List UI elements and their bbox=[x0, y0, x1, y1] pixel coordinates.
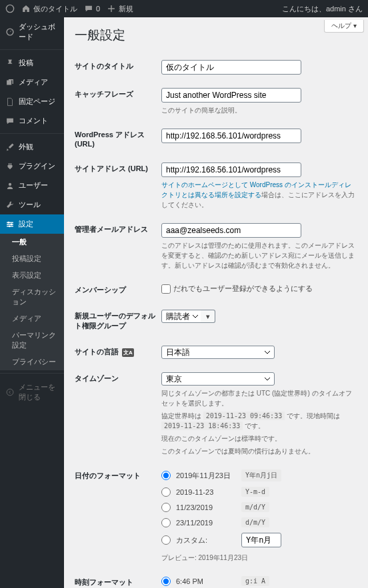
desc-site-url: サイトのホームページとして WordPress のインストールディレクトリとは異… bbox=[161, 180, 357, 210]
plug-icon bbox=[5, 162, 15, 171]
code-date-format: Y-m-d bbox=[241, 487, 269, 497]
time-format-option[interactable]: 6:46 PMg:i A bbox=[161, 576, 357, 586]
code-time-format: g:i A bbox=[241, 576, 269, 586]
svg-point-9 bbox=[7, 389, 13, 396]
select-default-role[interactable]: 購読者 bbox=[161, 310, 203, 323]
admin-bar: 仮のタイトル 0 新規 こんにちは、admin さん bbox=[0, 0, 368, 17]
pin-icon bbox=[5, 59, 15, 68]
select-language[interactable]: 日本語 bbox=[161, 346, 275, 359]
input-site-url[interactable] bbox=[161, 162, 301, 177]
svg-point-6 bbox=[8, 221, 10, 223]
select-timezone[interactable]: 東京 bbox=[161, 372, 275, 386]
code-date-format: Y年n月j日 bbox=[241, 469, 281, 481]
input-admin-email[interactable] bbox=[161, 223, 301, 238]
translate-icon: 文A bbox=[122, 348, 134, 357]
desc-timezone-std1: 現在のこのタイムゾーンは標準時です。 bbox=[161, 434, 357, 443]
desc-timezone-1: 同じタイムゾーンの都市または UTC (協定世界時) のタイムオフセットを選択し… bbox=[161, 388, 357, 408]
page-title: 一般設定 bbox=[75, 27, 357, 44]
label-site-title: サイトのタイトル bbox=[75, 53, 161, 81]
menu-comments[interactable]: コメント bbox=[0, 111, 64, 131]
sub-reading[interactable]: 表示設定 bbox=[0, 267, 64, 284]
label-wp-url: WordPress アドレス (URL) bbox=[75, 122, 161, 156]
label-admin-email: 管理者メールアドレス bbox=[75, 216, 161, 277]
radio-date-custom[interactable] bbox=[161, 535, 171, 545]
local-time: 2019-11-23 18:46:33 bbox=[161, 422, 243, 430]
date-format-option[interactable]: 11/23/2019m/d/Y bbox=[161, 502, 357, 512]
new-link[interactable]: 新規 bbox=[107, 4, 133, 14]
comment-icon bbox=[84, 4, 93, 13]
input-site-title[interactable] bbox=[161, 60, 301, 75]
input-wp-url[interactable] bbox=[161, 129, 301, 143]
media-icon bbox=[5, 78, 15, 87]
date-format-option[interactable]: 2019年11月23日Y年n月j日 bbox=[161, 469, 357, 481]
page-icon bbox=[5, 97, 15, 107]
radio-date-format[interactable] bbox=[161, 487, 171, 497]
greeting[interactable]: こんにちは、admin さん bbox=[282, 4, 363, 14]
help-tab[interactable]: ヘルプ ▾ bbox=[324, 20, 364, 33]
label-date-format: 日付のフォーマット bbox=[75, 463, 161, 569]
label-default-role: 新規ユーザーのデフォルト権限グループ bbox=[75, 303, 161, 339]
label-membership: メンバーシップ bbox=[75, 277, 161, 303]
radio-date-format[interactable] bbox=[161, 518, 171, 527]
menu-dashboard[interactable]: ダッシュボード bbox=[0, 17, 64, 47]
menu-settings[interactable]: 設定 bbox=[0, 214, 64, 234]
collapse-icon bbox=[5, 388, 15, 397]
comments-link[interactable]: 0 bbox=[84, 4, 100, 13]
radio-date-format[interactable] bbox=[161, 471, 171, 480]
input-date-custom[interactable] bbox=[241, 533, 281, 547]
date-format-preview: プレビュー: 2019年11月23日 bbox=[161, 553, 357, 563]
label-site-url: サイトアドレス (URL) bbox=[75, 156, 161, 216]
checkbox-membership-label[interactable]: だれでもユーザー登録ができるようにする bbox=[161, 284, 313, 292]
svg-point-8 bbox=[9, 225, 11, 227]
sub-discussion[interactable]: ディスカッション bbox=[0, 284, 64, 310]
label-language: サイトの言語 文A bbox=[75, 339, 161, 366]
radio-time-format[interactable] bbox=[161, 577, 171, 586]
menu-tools[interactable]: ツール bbox=[0, 195, 64, 214]
svg-point-7 bbox=[11, 223, 13, 225]
code-date-format: d/m/Y bbox=[241, 517, 269, 527]
sub-writing[interactable]: 投稿設定 bbox=[0, 250, 64, 267]
settings-icon bbox=[5, 220, 15, 229]
comment-icon bbox=[5, 117, 15, 126]
svg-point-2 bbox=[9, 182, 11, 185]
menu-plugins[interactable]: プラグイン bbox=[0, 156, 64, 176]
wordpress-icon bbox=[5, 4, 15, 13]
menu-posts[interactable]: 投稿 bbox=[0, 53, 64, 73]
select-btn-icon[interactable]: ▾ bbox=[201, 310, 215, 323]
brush-icon bbox=[5, 143, 15, 152]
user-icon bbox=[5, 181, 15, 190]
sub-privacy[interactable]: プライバシー bbox=[0, 354, 64, 370]
date-format-custom[interactable]: カスタム: bbox=[161, 533, 357, 547]
settings-submenu: 一般 投稿設定 表示設定 ディスカッション メディア パーマリンク設定 プライバ… bbox=[0, 234, 64, 370]
home-icon bbox=[21, 4, 31, 13]
wrench-icon bbox=[5, 200, 15, 210]
desc-admin-email: このアドレスは管理のために使用されます。このメールアドレスを変更すると、確認のた… bbox=[161, 240, 357, 270]
sub-media[interactable]: メディア bbox=[0, 310, 64, 327]
menu-media[interactable]: メディア bbox=[0, 73, 64, 92]
checkbox-membership[interactable] bbox=[161, 284, 171, 294]
menu-appearance[interactable]: 外観 bbox=[0, 137, 64, 156]
site-link[interactable]: 仮のタイトル bbox=[21, 4, 77, 14]
sub-permalink[interactable]: パーマリンク設定 bbox=[0, 327, 64, 354]
input-tagline[interactable] bbox=[161, 88, 301, 103]
date-format-option[interactable]: 23/11/2019d/m/Y bbox=[161, 517, 357, 527]
date-format-option[interactable]: 2019-11-23Y-m-d bbox=[161, 487, 357, 497]
main-content: 一般設定 サイトのタイトル キャッチフレーズ このサイトの簡単な説明。 Word… bbox=[64, 17, 368, 588]
admin-sidebar: ダッシュボード 投稿 メディア 固定ページ コメント 外観 プラグイン ユーザー… bbox=[0, 17, 64, 588]
label-tagline: キャッチフレーズ bbox=[75, 81, 161, 122]
utc-time: 2019-11-23 09:46:33 bbox=[203, 412, 285, 420]
label-time-format: 時刻フォーマット bbox=[75, 569, 161, 588]
menu-pages[interactable]: 固定ページ bbox=[0, 92, 64, 111]
code-date-format: m/d/Y bbox=[241, 502, 269, 512]
dashboard-icon bbox=[5, 27, 15, 37]
svg-point-0 bbox=[6, 5, 13, 12]
sub-general[interactable]: 一般 bbox=[0, 234, 64, 250]
label-timezone: タイムゾーン bbox=[75, 366, 161, 463]
desc-timezone-times: 協定世界時は 2019-11-23 09:46:33 です。現地時間は 2019… bbox=[161, 411, 357, 431]
radio-date-format[interactable] bbox=[161, 503, 171, 512]
wp-logo[interactable] bbox=[5, 4, 15, 13]
desc-timezone-std2: このタイムゾーンでは夏時間の慣行はありません。 bbox=[161, 446, 357, 456]
plus-icon bbox=[107, 4, 116, 13]
menu-users[interactable]: ユーザー bbox=[0, 176, 64, 195]
collapse-menu[interactable]: メニューを閉じる bbox=[0, 377, 64, 408]
